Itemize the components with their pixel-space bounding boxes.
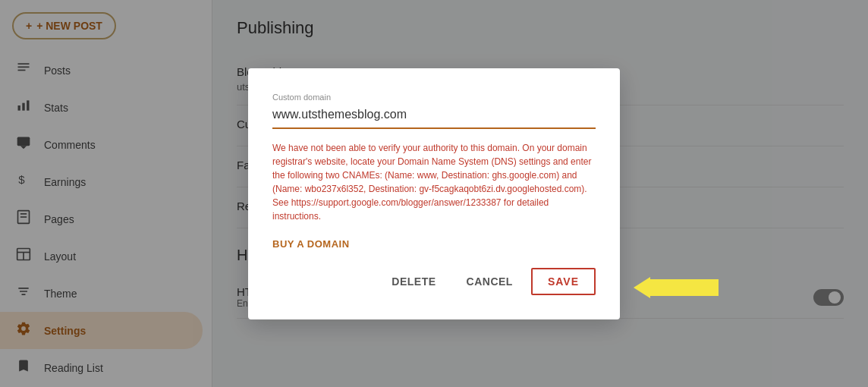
dialog-field-label: Custom domain — [272, 93, 596, 102]
delete-button[interactable]: DELETE — [379, 269, 448, 294]
custom-domain-dialog: Custom domain We have not been able to v… — [248, 68, 620, 319]
custom-domain-input[interactable] — [272, 105, 596, 129]
buy-domain-link[interactable]: BUY A DOMAIN — [272, 238, 596, 250]
arrow-body — [650, 279, 719, 296]
domain-error-text: We have not been able to verify your aut… — [272, 141, 596, 223]
modal-overlay: Custom domain We have not been able to v… — [0, 0, 868, 387]
arrow-annotation — [634, 277, 719, 298]
dialog-actions: DELETE CANCEL SAVE — [272, 268, 596, 295]
arrow-head-icon — [634, 277, 650, 298]
save-button[interactable]: SAVE — [531, 268, 596, 295]
cancel-button[interactable]: CANCEL — [454, 269, 525, 294]
